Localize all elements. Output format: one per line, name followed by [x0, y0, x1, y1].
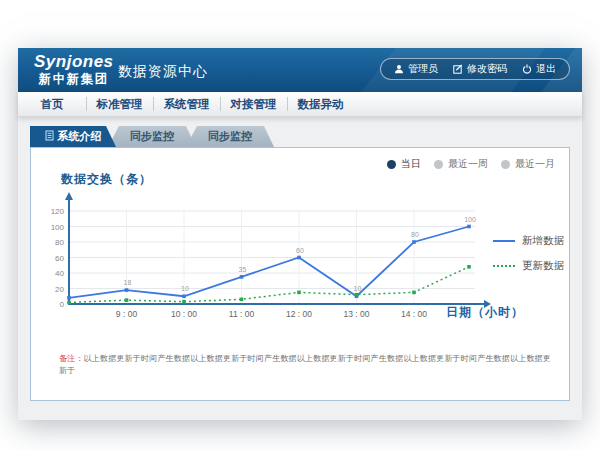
footnote-label: 备注：: [59, 354, 84, 363]
legend-new-data[interactable]: 新增数据: [493, 234, 564, 248]
svg-text:20: 20: [55, 285, 64, 294]
edit-icon: [453, 64, 463, 74]
svg-text:12 : 00: 12 : 00: [286, 309, 312, 319]
svg-text:120: 120: [51, 207, 65, 216]
range-option-last-week[interactable]: 最近一周: [434, 157, 488, 171]
brand-logo-chinese: 新中新集团: [34, 73, 114, 86]
nav-item-standard-mgmt[interactable]: 标准管理: [86, 97, 153, 112]
power-icon: [522, 64, 532, 74]
radio-icon: [501, 160, 510, 169]
nav-item-system-mgmt[interactable]: 系统管理: [153, 97, 220, 112]
tab-label: 同步监控: [130, 129, 174, 144]
svg-text:40: 40: [55, 269, 64, 278]
svg-text:80: 80: [411, 231, 419, 238]
svg-text:0: 0: [60, 300, 65, 309]
radio-selected-icon: [387, 160, 396, 169]
solid-line-swatch: [493, 240, 515, 242]
app-title: 数据资源中心: [118, 63, 208, 81]
dotted-line-swatch: [493, 265, 515, 267]
y-axis-title: 数据交换（条）: [61, 171, 152, 188]
svg-text:18: 18: [124, 279, 132, 286]
user-menu-change-password-label: 修改密码: [467, 62, 507, 76]
app-header: Synjones 新中新集团 数据资源中心 管理员 修改密码: [18, 48, 582, 92]
radio-icon: [434, 160, 443, 169]
user-menu-admin[interactable]: 管理员: [394, 62, 438, 76]
user-menu-admin-label: 管理员: [408, 62, 438, 76]
tab-sync-monitor-1[interactable]: 同步监控: [108, 126, 196, 147]
range-option-label: 当日: [401, 157, 421, 171]
range-option-label: 最近一月: [515, 157, 555, 171]
user-menu-change-password[interactable]: 修改密码: [453, 62, 507, 76]
range-filter: 当日 最近一周 最近一月: [387, 157, 555, 171]
nav-item-home[interactable]: 首页: [18, 97, 86, 112]
tab-label: 同步监控: [208, 129, 252, 144]
svg-text:9 : 00: 9 : 00: [116, 309, 138, 319]
footnote: 备注：以上数据更新于时间产生数据以上数据更新于时间产生数据以上数据更新于时间产生…: [59, 353, 553, 377]
legend-label: 更新数据: [522, 259, 564, 273]
page: Synjones 新中新集团 数据资源中心 管理员 修改密码: [0, 0, 600, 450]
svg-text:100: 100: [51, 223, 65, 232]
user-menu-logout-label: 退出: [536, 62, 556, 76]
svg-text:13 : 00: 13 : 00: [344, 309, 370, 319]
legend-label: 新增数据: [522, 234, 564, 248]
svg-text:14 : 00: 14 : 00: [401, 309, 427, 319]
footnote-text: 以上数据更新于时间产生数据以上数据更新于时间产生数据以上数据更新于时间产生数据以…: [59, 354, 551, 375]
chart-panel: 当日 最近一周 最近一月 数据交换（条） 0204060801001209 : …: [30, 147, 570, 401]
range-option-label: 最近一周: [448, 157, 488, 171]
svg-text:60: 60: [296, 247, 304, 254]
main-nav: 首页 标准管理 系统管理 对接管理 数据异动: [18, 92, 582, 117]
range-option-last-month[interactable]: 最近一月: [501, 157, 555, 171]
svg-text:10: 10: [354, 285, 362, 292]
nav-item-data-change[interactable]: 数据异动: [287, 97, 354, 112]
svg-text:100: 100: [464, 216, 476, 223]
svg-text:35: 35: [239, 266, 247, 273]
x-axis-title: 日期（小时）: [446, 304, 524, 321]
user-menu: 管理员 修改密码 退出: [380, 58, 570, 80]
chart-legend: 新增数据 更新数据: [493, 234, 564, 273]
tab-system-intro[interactable]: 系统介绍: [30, 126, 116, 147]
brand-logo: Synjones 新中新集团: [34, 53, 114, 86]
document-icon: [45, 130, 54, 143]
svg-text:80: 80: [55, 238, 64, 247]
app-window: Synjones 新中新集团 数据资源中心 管理员 修改密码: [18, 48, 582, 420]
legend-update-data[interactable]: 更新数据: [493, 259, 564, 273]
svg-text:11 : 00: 11 : 00: [229, 309, 255, 319]
nav-item-interface-mgmt[interactable]: 对接管理: [220, 97, 287, 112]
tab-sync-monitor-2[interactable]: 同步监控: [186, 126, 274, 147]
svg-text:60: 60: [55, 254, 64, 263]
range-option-today[interactable]: 当日: [387, 157, 421, 171]
user-icon: [394, 64, 404, 74]
content-area: 系统介绍 同步监控 同步监控 当日 最近一周: [18, 116, 582, 420]
user-menu-logout[interactable]: 退出: [522, 62, 556, 76]
svg-text:10 : 00: 10 : 00: [171, 309, 197, 319]
svg-text:10: 10: [181, 285, 189, 292]
brand-logo-latin: Synjones: [34, 53, 114, 70]
tab-label: 系统介绍: [58, 129, 102, 144]
